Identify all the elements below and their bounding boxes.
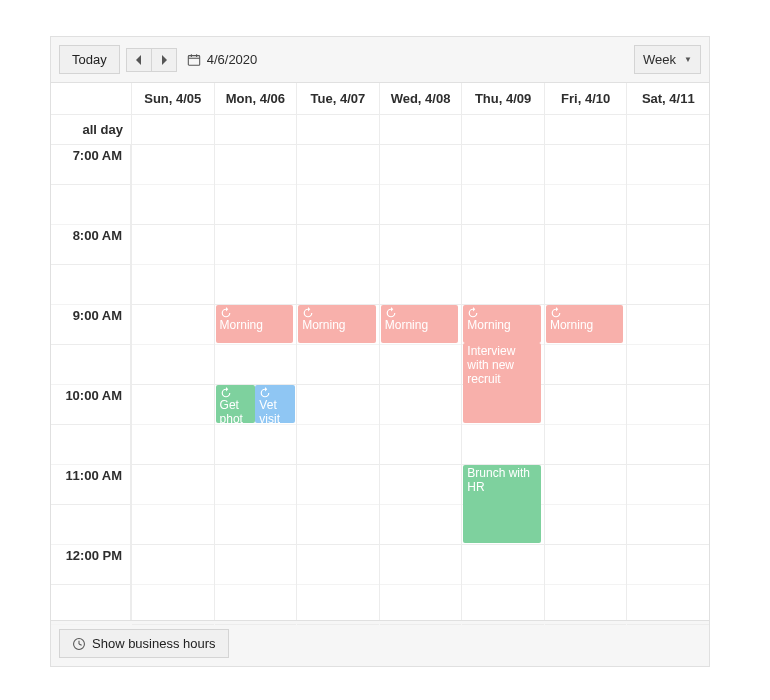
event-morning[interactable]: Morning (463, 305, 541, 343)
event-title: Morning (220, 318, 263, 332)
svg-line-6 (79, 644, 82, 645)
view-selector[interactable]: Week ▼ (634, 45, 701, 74)
time-slot-minor (51, 185, 130, 225)
today-button[interactable]: Today (59, 45, 120, 74)
time-slot-minor (51, 265, 130, 305)
allday-row: all day (51, 115, 709, 145)
header-spacer (51, 83, 131, 115)
allday-cell[interactable] (544, 115, 627, 145)
event-title: Brunch with HR (467, 466, 530, 494)
allday-cell[interactable] (626, 115, 709, 145)
day-header[interactable]: Mon, 4/06 (214, 83, 297, 115)
day-column-tue[interactable]: Morning (296, 145, 379, 620)
day-header[interactable]: Sun, 4/05 (131, 83, 214, 115)
day-header[interactable]: Sat, 4/11 (626, 83, 709, 115)
calendar-icon (187, 53, 201, 67)
event-title: Interview with new recruit (467, 344, 515, 386)
time-axis: 7:00 AM 8:00 AM 9:00 AM 10:00 AM 11:00 A… (51, 145, 131, 620)
allday-cell[interactable] (214, 115, 297, 145)
chevron-left-icon (135, 55, 143, 65)
caret-down-icon: ▼ (684, 55, 692, 64)
event-morning[interactable]: Morning (216, 305, 294, 343)
day-header[interactable]: Thu, 4/09 (461, 83, 544, 115)
footer: Show business hours (51, 620, 709, 666)
time-slot-minor (51, 425, 130, 465)
day-header[interactable]: Tue, 4/07 (296, 83, 379, 115)
day-column-thu[interactable]: Morning Interview with new recruit Brunc… (461, 145, 544, 620)
prev-button[interactable] (126, 48, 151, 72)
date-picker[interactable]: 4/6/2020 (187, 52, 258, 67)
event-interview[interactable]: Interview with new recruit (463, 343, 541, 423)
event-title: Morning (385, 318, 428, 332)
time-label: 10:00 AM (51, 385, 130, 425)
time-label: 11:00 AM (51, 465, 130, 505)
time-label: 7:00 AM (51, 145, 130, 185)
nav-button-group (126, 48, 177, 72)
time-label: 12:00 PM (51, 545, 130, 585)
day-column-fri[interactable]: Morning (544, 145, 627, 620)
view-selector-label: Week (643, 52, 676, 67)
day-header[interactable]: Wed, 4/08 (379, 83, 462, 115)
next-button[interactable] (151, 48, 177, 72)
clock-icon (72, 637, 86, 651)
day-column-sat[interactable] (626, 145, 709, 620)
business-hours-button[interactable]: Show business hours (59, 629, 229, 658)
toolbar: Today 4/6/2020 Week ▼ (51, 37, 709, 82)
event-brunch[interactable]: Brunch with HR (463, 465, 541, 543)
day-column-mon[interactable]: Morning Get phot Vet visit (214, 145, 297, 620)
event-morning[interactable]: Morning (546, 305, 624, 343)
event-title: Vet visit (259, 398, 280, 423)
day-column-wed[interactable]: Morning (379, 145, 462, 620)
event-title: Get phot (220, 398, 243, 423)
time-label: 9:00 AM (51, 305, 130, 345)
allday-cell[interactable] (296, 115, 379, 145)
allday-label: all day (51, 115, 131, 145)
day-header[interactable]: Fri, 4/10 (544, 83, 627, 115)
time-grid: 7:00 AM 8:00 AM 9:00 AM 10:00 AM 11:00 A… (51, 145, 709, 620)
event-morning[interactable]: Morning (381, 305, 459, 343)
calendar-grid: Sun, 4/05 Mon, 4/06 Tue, 4/07 Wed, 4/08 … (51, 82, 709, 620)
event-get-photo[interactable]: Get phot (216, 385, 255, 423)
event-vet-visit[interactable]: Vet visit (255, 385, 294, 423)
time-label: 8:00 AM (51, 225, 130, 265)
event-title: Morning (467, 318, 510, 332)
allday-cell[interactable] (461, 115, 544, 145)
chevron-right-icon (160, 55, 168, 65)
current-date-label: 4/6/2020 (207, 52, 258, 67)
event-title: Morning (302, 318, 345, 332)
allday-cell[interactable] (379, 115, 462, 145)
svg-rect-0 (188, 55, 199, 65)
event-morning[interactable]: Morning (298, 305, 376, 343)
day-columns: Morning Get phot Vet visit (131, 145, 709, 620)
time-slot-minor (51, 585, 130, 625)
scheduler: Today 4/6/2020 Week ▼ Sun (50, 36, 710, 667)
allday-cell[interactable] (131, 115, 214, 145)
day-header-row: Sun, 4/05 Mon, 4/06 Tue, 4/07 Wed, 4/08 … (51, 83, 709, 115)
day-column-sun[interactable] (131, 145, 214, 620)
time-slot-minor (51, 345, 130, 385)
time-slot-minor (51, 505, 130, 545)
business-hours-label: Show business hours (92, 636, 216, 651)
event-title: Morning (550, 318, 593, 332)
